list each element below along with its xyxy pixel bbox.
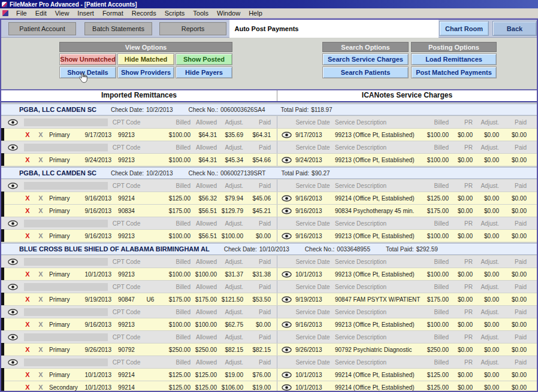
claim-data-row[interactable]: XXPrimary9/16/201399213$100.00$56.51$100… <box>1 230 537 242</box>
chart-room-button[interactable]: Chart Room <box>439 21 489 36</box>
tab-patient-account[interactable]: Patient Account <box>8 22 76 35</box>
imported-remittances-title: Imported Remittances <box>1 90 277 101</box>
hide-matched-button[interactable]: Hide Matched <box>117 53 174 65</box>
eye-icon[interactable] <box>277 132 295 138</box>
eye-icon[interactable] <box>277 321 295 328</box>
show-posted-button[interactable]: Show Posted <box>176 53 232 65</box>
eye-icon[interactable] <box>1 220 24 227</box>
eye-icon[interactable] <box>277 271 295 278</box>
post-matched-payments-button[interactable]: Post Matched Payments <box>411 66 497 78</box>
menu-help[interactable]: Help <box>244 9 267 17</box>
eye-icon[interactable] <box>277 157 295 163</box>
red-x-icon[interactable]: X <box>23 156 32 163</box>
gray-x-icon[interactable]: X <box>36 271 46 278</box>
col-label-paid: Paid <box>243 259 271 265</box>
menu-format[interactable]: Format <box>98 9 128 17</box>
red-x-icon[interactable]: X <box>23 371 32 378</box>
menu-bar: FileEditViewInsertFormatRecordsScriptsTo… <box>0 8 538 19</box>
claim-header-row: CPT CodeBilledAllowedAdjust.PaidService … <box>1 331 537 343</box>
menu-insert[interactable]: Insert <box>73 9 98 17</box>
menu-window[interactable]: Window <box>213 9 244 17</box>
eye-icon[interactable] <box>1 359 24 366</box>
show-providers-button[interactable]: Show Providers <box>117 66 174 78</box>
claim-data-row[interactable]: XXPrimary9/16/201390834$175.00$56.51$129… <box>1 205 537 217</box>
menu-records[interactable]: Records <box>128 9 161 17</box>
claim-header-row: CPT CodeBilledAllowedAdjust.PaidService … <box>1 356 537 368</box>
eye-icon[interactable] <box>277 195 295 202</box>
tab-batch-statements[interactable]: Batch Statements <box>84 22 152 35</box>
red-x-icon[interactable]: X <box>23 321 32 328</box>
claim-data-row[interactable]: XXPrimary9/24/201399213$100.00$64.31$45.… <box>1 154 537 166</box>
gray-x-icon[interactable]: X <box>36 296 46 303</box>
remit-adjust: $31.37 <box>217 271 243 278</box>
show-unmatched-button[interactable]: Show Unmatched <box>59 53 116 65</box>
claim-data-row[interactable]: XXPrimary9/19/201390847U6$175.00$175.00$… <box>1 293 537 305</box>
red-x-icon[interactable]: X <box>23 271 32 278</box>
back-button[interactable]: Back <box>492 21 537 36</box>
eye-icon[interactable] <box>1 309 24 315</box>
search-patients-button[interactable]: Search Patients <box>322 66 409 78</box>
patient-name-field <box>24 220 111 227</box>
gray-x-icon[interactable]: X <box>36 232 46 239</box>
red-x-icon[interactable]: X <box>23 296 32 303</box>
show-details-button[interactable]: Show Details <box>59 66 116 78</box>
view-options-header: View Options <box>59 42 232 52</box>
payer-rank-label: Primary <box>49 132 83 138</box>
service-pr: $0.00 <box>449 347 473 353</box>
gray-x-icon[interactable]: X <box>36 207 46 214</box>
menu-file[interactable]: File <box>12 9 31 17</box>
menu-view[interactable]: View <box>51 9 74 17</box>
search-service-charges-button[interactable]: Search Service Charges <box>322 53 409 65</box>
gray-x-icon[interactable]: X <box>36 371 46 378</box>
service-billed: $175.00 <box>421 208 449 214</box>
red-x-icon[interactable]: X <box>23 346 32 353</box>
eye-icon[interactable] <box>277 372 295 378</box>
red-x-icon[interactable]: X <box>23 131 32 138</box>
claim-data-row[interactable]: XXPrimary10/1/201399214$125.00$125.00$19… <box>1 369 537 381</box>
col-label-service-description: Service Description <box>330 259 421 265</box>
claim-data-row[interactable]: XXPrimary10/1/201399213$100.00$100.00$31… <box>1 268 537 280</box>
eye-icon[interactable] <box>1 183 24 189</box>
claim-data-row[interactable]: XXPrimary9/17/201399213$100.00$64.31$35.… <box>1 129 537 141</box>
payer-rank-label: Primary <box>49 208 83 214</box>
gray-x-icon[interactable]: X <box>36 346 46 353</box>
col-label-billed: Billed <box>421 144 449 151</box>
hide-payers-button[interactable]: Hide Payers <box>176 66 232 78</box>
tab-reports[interactable]: Reports <box>159 22 226 35</box>
service-description: 99214 (Office Pt, Established) <box>330 372 421 378</box>
red-x-icon[interactable]: X <box>23 207 32 214</box>
eye-icon[interactable] <box>1 119 24 126</box>
eye-icon[interactable] <box>277 208 295 214</box>
patient-name-redacted <box>24 182 108 190</box>
gray-x-icon[interactable]: X <box>36 321 46 328</box>
eye-icon[interactable] <box>277 296 295 303</box>
claim-data-row[interactable]: XXPrimary9/16/201399213$100.00$100.00$62… <box>1 318 537 330</box>
claim-data-row[interactable]: XXPrimary9/26/201390792$250.00$250.00$82… <box>1 344 537 355</box>
red-x-icon[interactable]: X <box>23 384 32 391</box>
menu-scripts[interactable]: Scripts <box>161 9 189 17</box>
gray-x-icon[interactable]: X <box>36 156 46 163</box>
eye-icon[interactable] <box>277 233 295 239</box>
filemaker-icon <box>2 10 8 16</box>
menu-tools[interactable]: Tools <box>189 9 213 17</box>
red-x-icon[interactable]: X <box>23 195 32 202</box>
load-remittances-button[interactable]: Load Remittances <box>411 53 497 65</box>
service-paid: $0.00 <box>499 384 527 391</box>
eye-icon[interactable] <box>277 384 295 391</box>
gray-x-icon[interactable]: X <box>36 131 46 138</box>
eye-icon[interactable] <box>1 144 24 151</box>
col-label-allowed: Allowed <box>191 144 217 151</box>
claim-data-row[interactable]: XXPrimary9/16/201399214$125.00$56.32$79.… <box>1 192 537 204</box>
claim-data-row[interactable]: XXSecondary10/1/201399214$125.00$125.00$… <box>1 381 537 391</box>
service-billed: $100.00 <box>421 233 449 239</box>
eye-icon[interactable] <box>1 334 24 341</box>
tab-auto-post-payments[interactable]: Auto Post Payments <box>229 20 304 38</box>
eye-icon[interactable] <box>1 259 24 265</box>
menu-edit[interactable]: Edit <box>31 9 51 17</box>
eye-icon[interactable] <box>277 347 295 353</box>
gray-x-icon[interactable]: X <box>36 384 46 391</box>
eye-icon[interactable] <box>1 284 24 290</box>
red-x-icon[interactable]: X <box>23 232 32 239</box>
toolbar-search-input[interactable] <box>306 21 437 37</box>
gray-x-icon[interactable]: X <box>36 195 46 202</box>
